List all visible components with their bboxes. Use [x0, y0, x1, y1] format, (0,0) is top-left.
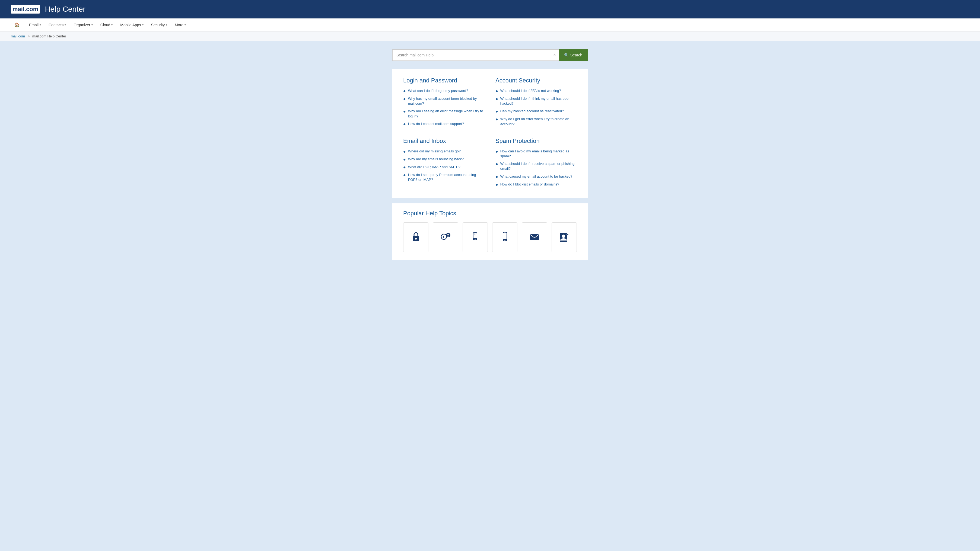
list-item: ● Why are my emails bouncing back?	[403, 157, 485, 162]
bullet-icon: ●	[495, 175, 498, 179]
svg-rect-13	[503, 233, 507, 239]
popular-card-contact[interactable]	[552, 222, 577, 252]
breadcrumb-separator: >	[28, 34, 30, 38]
lock-icon	[410, 231, 422, 243]
search-button[interactable]: 🔍 Search	[558, 49, 588, 61]
bullet-icon: ●	[403, 97, 406, 102]
bullet-icon: ●	[495, 117, 498, 122]
nav-item-security[interactable]: Security ▾	[147, 19, 171, 31]
phone-icon	[500, 231, 510, 243]
list-item: ● How do I blocklist emails or domains?	[495, 182, 577, 187]
topic-link[interactable]: Where did my missing emails go?	[408, 149, 461, 154]
svg-text:1: 1	[442, 235, 444, 239]
bullet-icon: ●	[495, 89, 498, 94]
list-item: ● Why has my email account been blocked …	[403, 96, 485, 106]
topic-link[interactable]: How do I blocklist emails or domains?	[500, 182, 559, 187]
topic-link[interactable]: Can my blocked account be reactivated?	[500, 109, 564, 114]
bullet-icon: ●	[495, 97, 498, 102]
popular-card-2fa[interactable]: 1 2	[433, 222, 458, 252]
svg-point-14	[504, 240, 506, 241]
topic-link[interactable]: How do I contact mail.com support?	[408, 121, 464, 126]
bullet-icon: ●	[403, 173, 406, 178]
two-factor-auth-icon: 1 2	[440, 231, 451, 243]
svg-text:2: 2	[447, 233, 449, 237]
section-spam-protection: Spam Protection ● How can I avoid my ema…	[495, 138, 577, 190]
list-item: ● Why am I seeing an error message when …	[403, 109, 485, 119]
topic-link[interactable]: How do I set up my Premium account using…	[408, 173, 485, 182]
search-clear-button[interactable]: ×	[553, 52, 556, 57]
logo[interactable]: mail.com Help Center	[11, 5, 86, 14]
topic-link[interactable]: Why am I seeing an error message when I …	[408, 109, 485, 119]
popular-title: Popular Help Topics	[403, 210, 577, 217]
popular-card-email[interactable]	[522, 222, 547, 252]
topic-list-login: ● What can I do if I forgot my password?…	[403, 88, 485, 127]
bullet-icon: ●	[403, 149, 406, 154]
topic-link[interactable]: What should I do if I receive a spam or …	[500, 161, 577, 171]
main-nav: 🏠 Email ▾ Contacts ▾ Organizer ▾ Cloud ▾…	[0, 18, 980, 32]
search-input[interactable]	[392, 49, 558, 61]
search-icon: 🔍	[564, 53, 569, 57]
nav-item-mobile-apps[interactable]: Mobile Apps ▾	[116, 19, 147, 31]
topic-link[interactable]: Why are my emails bouncing back?	[408, 157, 464, 162]
popular-grid: 1 2	[403, 222, 577, 252]
topic-link[interactable]: What should I do if I think my email has…	[500, 96, 577, 106]
svg-rect-15	[504, 232, 506, 233]
list-item: ● How can I avoid my emails being marked…	[495, 149, 577, 159]
section-login-password: Login and Password ● What can I do if I …	[403, 77, 485, 129]
nav-item-email[interactable]: Email ▾	[25, 19, 45, 31]
search-bar: × 🔍 Search	[392, 49, 588, 61]
list-item: ● Why do I get an error when I try to cr…	[495, 117, 577, 126]
svg-rect-16	[530, 234, 539, 240]
help-sections: Login and Password ● What can I do if I …	[392, 69, 588, 198]
svg-point-10	[474, 233, 475, 234]
chevron-down-icon: ▾	[111, 23, 113, 26]
popular-section: Popular Help Topics 1	[392, 203, 588, 260]
list-item: ● What are POP, IMAP and SMTP?	[403, 165, 485, 170]
topic-link[interactable]: Why do I get an error when I try to crea…	[500, 117, 577, 126]
nav-item-more[interactable]: More ▾	[171, 19, 190, 31]
site-header: mail.com Help Center	[0, 0, 980, 18]
contact-card-icon	[558, 231, 570, 243]
section-title-security: Account Security	[495, 77, 577, 84]
svg-point-18	[562, 235, 565, 238]
chevron-down-icon: ▾	[65, 23, 66, 26]
topic-link[interactable]: Why has my email account been blocked by…	[408, 96, 485, 106]
popular-card-mobile-app[interactable]	[463, 222, 488, 252]
chevron-down-icon: ▾	[142, 23, 143, 26]
topic-link[interactable]: What should I do if 2FA is not working?	[500, 88, 561, 93]
nav-home-button[interactable]: 🏠	[11, 18, 23, 31]
list-item: ● What should I do if 2FA is not working…	[495, 88, 577, 94]
breadcrumb-home-link[interactable]: mail.com	[11, 34, 25, 38]
topic-list-security: ● What should I do if 2FA is not working…	[495, 88, 577, 127]
nav-item-organizer[interactable]: Organizer ▾	[70, 19, 96, 31]
logo-m-box: mail.com	[11, 5, 40, 14]
topic-link[interactable]: What are POP, IMAP and SMTP?	[408, 165, 460, 170]
bullet-icon: ●	[495, 109, 498, 114]
bullet-icon: ●	[403, 122, 406, 127]
topic-link[interactable]: What caused my email account to be hacke…	[500, 174, 573, 179]
topic-link[interactable]: What can I do if I forgot my password?	[408, 88, 468, 93]
section-title-login: Login and Password	[403, 77, 485, 84]
svg-rect-2	[415, 239, 416, 240]
nav-item-contacts[interactable]: Contacts ▾	[45, 19, 70, 31]
nav-item-cloud[interactable]: Cloud ▾	[97, 19, 117, 31]
chevron-down-icon: ▾	[91, 23, 93, 26]
list-item: ● How do I set up my Premium account usi…	[403, 173, 485, 182]
list-item: ● What should I do if I think my email h…	[495, 96, 577, 106]
bullet-icon: ●	[403, 157, 406, 162]
section-email-inbox: Email and Inbox ● Where did my missing e…	[403, 138, 485, 190]
topic-link[interactable]: How can I avoid my emails being marked a…	[500, 149, 577, 159]
list-item: ● Where did my missing emails go?	[403, 149, 485, 154]
list-item: ● What should I do if I receive a spam o…	[495, 161, 577, 171]
bullet-icon: ●	[495, 162, 498, 167]
search-input-wrap: ×	[392, 49, 558, 61]
popular-card-phone[interactable]	[492, 222, 517, 252]
list-item: ● What caused my email account to be hac…	[495, 174, 577, 179]
section-account-security: Account Security ● What should I do if 2…	[495, 77, 577, 129]
popular-card-lock[interactable]	[403, 222, 428, 252]
breadcrumb-current-page: mail.com Help Center	[32, 34, 66, 38]
chevron-down-icon: ▾	[40, 23, 41, 26]
list-item: ● Can my blocked account be reactivated?	[495, 109, 577, 114]
chevron-down-icon: ▾	[166, 23, 167, 26]
bullet-icon: ●	[495, 182, 498, 187]
